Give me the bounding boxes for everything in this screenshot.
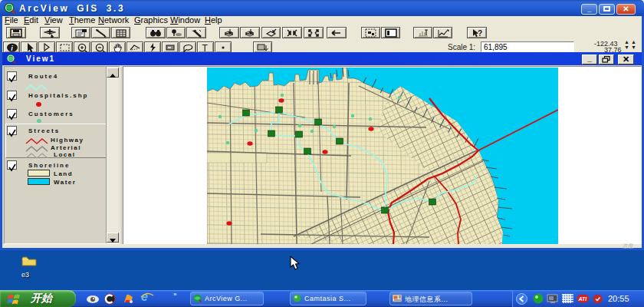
svg-text:ATI: ATI [578, 296, 588, 302]
svg-text:T: T [202, 43, 208, 52]
svg-text:?: ? [478, 29, 482, 38]
